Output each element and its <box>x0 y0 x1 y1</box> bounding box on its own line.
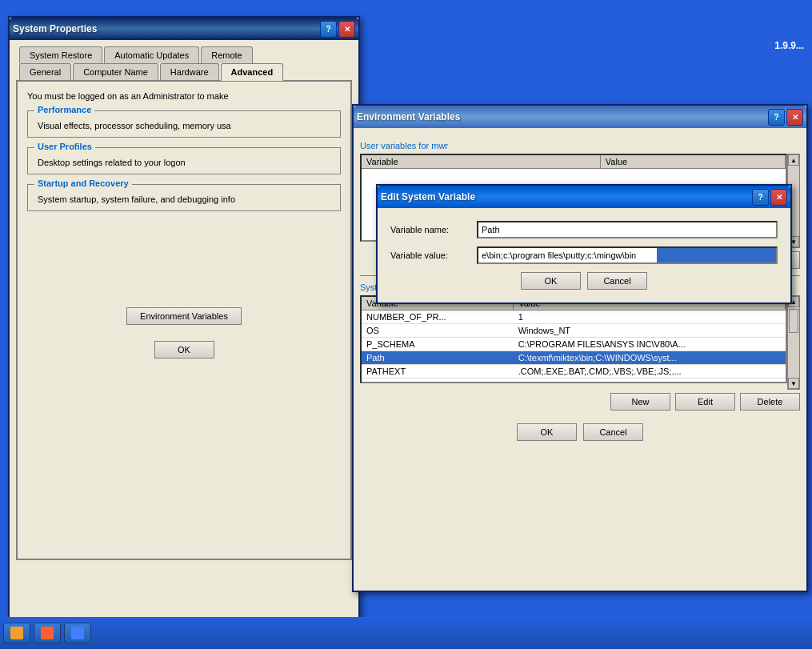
system-props-titlebar: System Properties ? ✕ <box>10 18 358 40</box>
tab-system-restore[interactable]: System Restore <box>19 46 102 63</box>
env-vars-button[interactable]: Environment Variables <box>126 307 242 325</box>
env-vars-help-btn[interactable]: ? <box>768 109 785 126</box>
taskbar-item-1-icon <box>41 627 54 639</box>
startup-group: Startup and Recovery System startup, sys… <box>27 184 341 211</box>
system-vars-table-container: Variable Value NUMBER_OF_PR...1OSWindows… <box>360 295 787 383</box>
user-col-variable: Variable <box>362 155 600 169</box>
env-vars-close-btn[interactable]: ✕ <box>786 109 803 126</box>
startup-text: System startup, system failure, and debu… <box>38 194 330 204</box>
tabs-row1: System Restore Automatic Updates Remote <box>16 46 352 63</box>
system-props-tab-content: You must be logged on as an Administrato… <box>16 80 352 560</box>
system-props-close-btn[interactable]: ✕ <box>338 21 355 38</box>
edit-var-close-btn[interactable]: ✕ <box>770 189 787 206</box>
cell-variable: PATHEXT <box>362 365 514 379</box>
var-name-input[interactable] <box>477 221 778 238</box>
performance-group: Performance Visual effects, processor sc… <box>27 110 341 138</box>
var-value-input[interactable] <box>477 246 778 264</box>
env-vars-cancel-btn[interactable]: Cancel <box>583 423 643 441</box>
env-vars-ok-btn[interactable]: OK <box>517 423 577 441</box>
start-icon <box>10 627 23 639</box>
user-profiles-text: Desktop settings related to your logon <box>38 158 330 167</box>
user-profiles-group: User Profiles Desktop settings related t… <box>27 147 341 174</box>
edit-var-ok-btn[interactable]: OK <box>521 272 581 290</box>
cell-variable: NUMBER_OF_PR... <box>362 310 514 324</box>
cell-value: 1 <box>514 310 786 324</box>
cell-variable: OS <box>362 324 514 338</box>
system-edit-btn[interactable]: Edit <box>675 393 735 411</box>
system-scroll-down[interactable]: ▼ <box>788 378 799 389</box>
tab-general[interactable]: General <box>19 63 71 80</box>
env-vars-titlebar-buttons: ? ✕ <box>768 109 803 126</box>
system-props-titlebar-buttons: ? ✕ <box>320 21 355 38</box>
edit-var-content: Variable name: Variable value: OK Cancel <box>378 208 790 302</box>
taskbar-item-2-icon <box>71 627 84 639</box>
edit-var-help-btn[interactable]: ? <box>752 189 769 206</box>
env-vars-titlebar: Environment Variables ? ✕ <box>354 106 806 128</box>
tab-advanced[interactable]: Advanced <box>221 63 284 81</box>
performance-label: Performance <box>34 105 94 114</box>
user-scroll-up[interactable]: ▲ <box>788 154 799 166</box>
startup-label: Startup and Recovery <box>34 178 132 188</box>
performance-text: Visual effects, processor scheduling, me… <box>38 121 330 130</box>
var-value-label: Variable value: <box>390 250 470 260</box>
cell-value: .COM;.EXE;.BAT;.CMD;.VBS;.VBE;.JS;.... <box>514 365 786 379</box>
system-table-scrollbar[interactable]: ▲ ▼ <box>787 295 800 390</box>
env-vars-bottom-btns: OK Cancel <box>360 423 800 441</box>
system-props-title: System Properties <box>13 23 320 34</box>
user-profiles-label: User Profiles <box>34 142 95 151</box>
background-text: 1.9.9... <box>774 40 804 51</box>
system-vars-table: Variable Value NUMBER_OF_PR...1OSWindows… <box>362 297 786 379</box>
var-name-row: Variable name: <box>390 221 778 238</box>
system-table-area: Variable Value NUMBER_OF_PR...1OSWindows… <box>360 295 800 390</box>
system-props-ok-row: OK <box>27 341 341 359</box>
cell-variable: P_SCHEMA <box>362 338 514 351</box>
var-value-row: Variable value: <box>390 246 778 264</box>
table-row[interactable]: P_SCHEMAC:\PROGRAM FILES\ANSYS INC\V80\A… <box>362 338 786 351</box>
cell-value: C:\PROGRAM FILES\ANSYS INC\V80\A... <box>514 338 786 351</box>
system-props-ok-btn[interactable]: OK <box>154 341 214 359</box>
system-scroll-thumb[interactable] <box>789 309 798 333</box>
cell-value: Windows_NT <box>514 324 786 338</box>
system-vars-buttons: New Edit Delete <box>360 393 800 411</box>
user-col-value: Value <box>600 155 785 169</box>
env-vars-btn-container: Environment Variables <box>27 307 341 325</box>
cell-value: C:\texmf\miktex\bin;C:\WINDOWS\syst... <box>514 351 786 365</box>
system-new-btn[interactable]: New <box>610 393 670 411</box>
table-row[interactable]: PathC:\texmf\miktex\bin;C:\WINDOWS\syst.… <box>362 351 786 365</box>
system-properties-window: System Properties ? ✕ System Restore Aut… <box>8 16 360 624</box>
env-vars-title: Environment Variables <box>357 111 768 122</box>
taskbar-start-btn[interactable] <box>3 623 30 643</box>
system-props-tabs: System Restore Automatic Updates Remote … <box>16 46 352 560</box>
var-name-label: Variable name: <box>390 225 470 234</box>
tab-hardware[interactable]: Hardware <box>160 63 219 80</box>
table-row[interactable]: NUMBER_OF_PR...1 <box>362 310 786 324</box>
table-row[interactable]: PATHEXT.COM;.EXE;.BAT;.CMD;.VBS;.VBE;.JS… <box>362 365 786 379</box>
system-props-content: System Restore Automatic Updates Remote … <box>10 40 358 567</box>
tabs-row2: General Computer Name Hardware Advanced <box>16 63 352 80</box>
tab-remote[interactable]: Remote <box>201 46 253 63</box>
env-vars-window: Environment Variables ? ✕ User variables… <box>352 104 808 592</box>
edit-var-titlebar: Edit System Variable ? ✕ <box>378 186 790 208</box>
user-vars-label: User variables for mwr <box>360 141 800 150</box>
edit-var-dialog: Edit System Variable ? ✕ Variable name: … <box>376 184 792 304</box>
table-row[interactable]: OSWindows_NT <box>362 324 786 338</box>
tab-automatic-updates[interactable]: Automatic Updates <box>104 46 199 63</box>
admin-text: You must be logged on as an Administrato… <box>27 91 341 101</box>
system-delete-btn[interactable]: Delete <box>740 393 800 411</box>
cell-variable: Path <box>362 351 514 365</box>
edit-var-titlebar-buttons: ? ✕ <box>752 189 787 206</box>
system-props-help-btn[interactable]: ? <box>320 21 337 38</box>
taskbar <box>0 617 812 649</box>
tab-computer-name[interactable]: Computer Name <box>73 63 158 80</box>
taskbar-item-1[interactable] <box>34 623 61 643</box>
edit-var-title: Edit System Variable <box>381 191 752 202</box>
user-vars-table: Variable Value <box>362 155 786 169</box>
taskbar-item-2[interactable] <box>64 623 91 643</box>
edit-var-btn-row: OK Cancel <box>390 272 778 290</box>
edit-var-cancel-btn[interactable]: Cancel <box>587 272 647 290</box>
